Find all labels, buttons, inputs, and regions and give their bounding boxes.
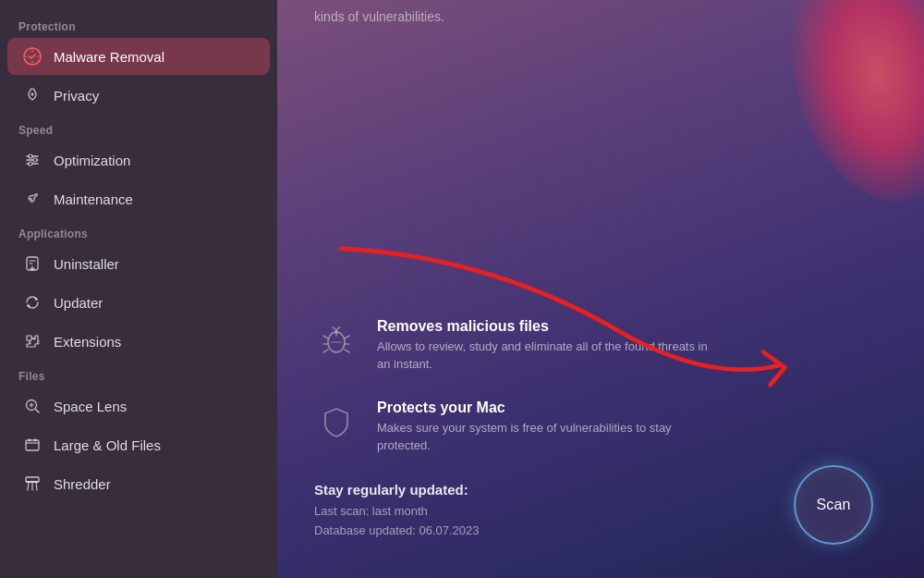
main-content: kinds of vulnerabilities. Removes malici… [277,0,924,578]
shield-icon [314,400,359,444]
sidebar-item-malware-removal[interactable]: Malware Removal [7,38,270,75]
uninstaller-icon [22,253,43,274]
features-list: Removes malicious files Allows to review… [314,318,878,454]
feature-removes-malicious: Removes malicious files Allows to review… [314,318,878,374]
svg-rect-12 [26,477,39,482]
top-fade-text: kinds of vulnerabilities. [314,0,878,27]
privacy-icon [22,85,43,105]
sidebar-item-extensions[interactable]: Extensions [7,323,270,360]
sidebar-section-protection: Protection [0,11,277,37]
decorative-blob [773,0,924,216]
sidebar-item-maintenance[interactable]: Maintenance [7,180,270,217]
scan-button-label: Scan [816,497,850,513]
sidebar-item-privacy[interactable]: Privacy [7,77,270,114]
svg-point-7 [29,162,32,166]
feature-protects-mac-title: Protects your Mac [377,400,710,416]
malware-removal-icon [22,46,43,67]
sidebar-section-files: Files [0,361,277,387]
sidebar-item-space-lens-label: Space Lens [54,399,127,414]
sidebar-item-extensions-label: Extensions [54,334,121,350]
optimization-icon [22,150,43,170]
svg-point-6 [33,158,37,162]
sidebar-item-shredder[interactable]: Shredder [7,465,270,502]
sidebar-item-shredder-label: Shredder [54,476,111,492]
sidebar-item-updater[interactable]: Updater [7,284,270,321]
space-lens-icon [22,396,43,416]
sidebar-section-applications: Applications [0,218,277,244]
feature-removes-malicious-text: Removes malicious files Allows to review… [377,318,710,374]
scan-button[interactable]: Scan [794,465,873,545]
feature-protects-mac-text: Protects your Mac Makes sure your system… [377,400,710,455]
sidebar: Protection Malware Removal Privacy Speed [0,0,277,578]
sidebar-item-large-old-files[interactable]: Large & Old Files [7,426,270,463]
svg-point-5 [29,154,32,158]
database-updated-text: Database updated: 06.07.2023 [314,522,878,541]
sidebar-item-large-old-files-label: Large & Old Files [54,437,161,453]
large-old-files-icon [22,435,43,455]
sidebar-item-optimization[interactable]: Optimization [7,141,270,178]
maintenance-icon [22,189,43,209]
extensions-icon [22,331,43,351]
sidebar-item-privacy-label: Privacy [54,88,99,104]
svg-rect-11 [26,440,39,450]
feature-protects-mac: Protects your Mac Makes sure your system… [314,400,878,455]
bug-icon [314,318,359,363]
svg-point-1 [31,93,34,96]
svg-line-10 [36,410,40,413]
sidebar-item-uninstaller[interactable]: Uninstaller [7,245,270,282]
updater-icon [22,292,43,313]
sidebar-section-speed: Speed [0,115,277,141]
feature-removes-malicious-desc: Allows to review, study and eliminate al… [377,338,710,374]
sidebar-item-malware-removal-label: Malware Removal [54,49,164,65]
sidebar-item-uninstaller-label: Uninstaller [54,256,119,272]
update-title: Stay regularly updated: [314,482,878,498]
feature-protects-mac-desc: Makes sure your system is free of vulner… [377,420,710,455]
sidebar-item-maintenance-label: Maintenance [54,191,133,207]
sidebar-item-optimization-label: Optimization [54,153,130,168]
shredder-icon [22,473,43,494]
feature-removes-malicious-title: Removes malicious files [377,318,710,335]
update-section: Stay regularly updated: Last scan: last … [314,482,878,541]
sidebar-item-space-lens[interactable]: Space Lens [7,387,270,424]
sidebar-item-updater-label: Updater [54,295,103,311]
